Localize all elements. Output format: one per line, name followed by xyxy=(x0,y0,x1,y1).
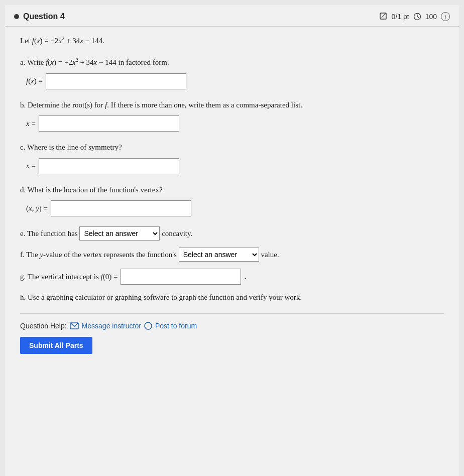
part-f: f. The y-value of the vertex represents … xyxy=(20,248,444,262)
forum-icon xyxy=(144,322,152,330)
function-intro: Let f(x) = −2x2 + 34x − 144. xyxy=(20,36,444,45)
svg-line-1 xyxy=(382,15,385,18)
part-g-input[interactable] xyxy=(121,269,241,285)
part-a-input-row: f(x) = xyxy=(26,73,444,89)
part-b-input-row: x = xyxy=(26,115,444,132)
svg-point-7 xyxy=(145,322,152,329)
question-help-label: Question Help: xyxy=(20,322,67,330)
part-g: g. The vertical intercept is f(0) = . xyxy=(20,269,444,285)
part-b-label: b. Determine the root(s) for f. If there… xyxy=(20,99,444,111)
submit-button[interactable]: Submit All Parts xyxy=(20,337,92,354)
part-f-select[interactable]: Select an answer maximum minimum xyxy=(179,248,259,262)
question-help: Question Help: Message instructor Post t… xyxy=(20,322,444,330)
page-container: Question 4 0/1 pt 100 i Let f(x) = −2x2 … xyxy=(5,5,459,476)
part-a-input[interactable] xyxy=(46,73,186,89)
part-c-input-row: x = xyxy=(26,158,444,174)
part-d: d. What is the location of the function'… xyxy=(20,184,444,217)
part-d-input-row: (x, y) = xyxy=(26,200,444,216)
part-b: b. Determine the root(s) for f. If there… xyxy=(20,99,444,132)
mail-icon xyxy=(70,322,79,329)
info-icon[interactable]: i xyxy=(441,12,450,21)
question-number: Question 4 xyxy=(23,12,65,21)
divider xyxy=(20,313,444,314)
part-a: a. Write f(x) = −2x2 + 34x − 144 in fact… xyxy=(20,56,444,89)
part-g-period: . xyxy=(244,272,246,281)
part-b-input-label: x = xyxy=(26,120,36,128)
part-h: h. Use a graphing calculator or graphing… xyxy=(20,292,444,303)
post-to-forum-link[interactable]: Post to forum xyxy=(155,322,197,330)
message-instructor-link[interactable]: Message instructor xyxy=(82,322,141,330)
part-d-input[interactable] xyxy=(51,200,191,216)
part-c-label: c. Where is the line of symmetry? xyxy=(20,142,444,153)
part-c-input-label: x = xyxy=(26,162,36,170)
part-a-label: a. Write f(x) = −2x2 + 34x − 144 in fact… xyxy=(20,56,444,68)
edit-icon xyxy=(380,13,388,21)
attempts-label: 100 xyxy=(425,13,437,21)
part-c-input[interactable] xyxy=(39,158,179,174)
part-c: c. Where is the line of symmetry? x = xyxy=(20,142,444,174)
question-dot xyxy=(14,14,19,19)
question-header: Question 4 0/1 pt 100 i xyxy=(5,5,459,27)
part-b-input[interactable] xyxy=(39,115,179,132)
question-title: Question 4 xyxy=(14,12,65,21)
part-g-text: g. The vertical intercept is f(0) = xyxy=(20,273,118,281)
part-d-label: d. What is the location of the function'… xyxy=(20,184,444,196)
svg-line-2 xyxy=(385,14,386,15)
part-d-input-label: (x, y) = xyxy=(26,204,48,213)
part-e-select[interactable]: Select an answer upward downward xyxy=(79,226,160,241)
part-e: e. The function has Select an answer upw… xyxy=(20,226,444,241)
svg-line-5 xyxy=(417,17,419,18)
part-a-input-label: f(x) = xyxy=(26,77,43,85)
score-label: 0/1 pt xyxy=(392,13,409,21)
question-meta: 0/1 pt 100 i xyxy=(380,12,450,21)
clock-icon xyxy=(413,13,421,21)
content: Let f(x) = −2x2 + 34x − 144. a. Write f(… xyxy=(5,27,459,364)
